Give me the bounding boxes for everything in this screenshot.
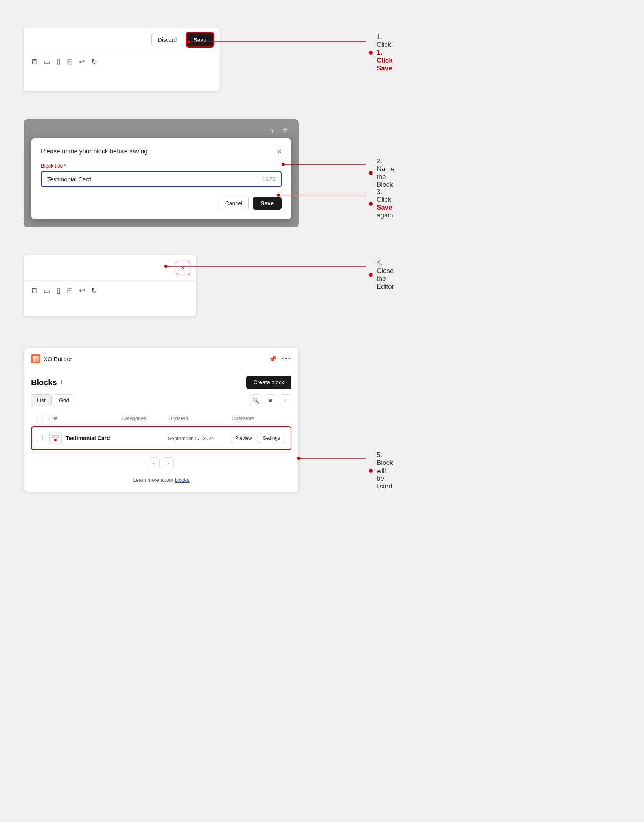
bg-text: n ff (31, 127, 291, 138)
blocks-title-area: Blocks 1 (31, 378, 63, 387)
thumb-dot (54, 439, 57, 441)
table-header: Title Categories Updated Operators (31, 412, 291, 425)
svg-rect-10 (33, 359, 36, 362)
svg-rect-11 (36, 359, 39, 362)
row-checkbox-col (37, 435, 49, 441)
close-btn-area: × (24, 255, 196, 281)
modal-backdrop: n ff Please name your block before savin… (24, 119, 299, 227)
blocks-title: Blocks (31, 378, 57, 387)
editor-icon-bar: 🖥 ▭ ▯ ⊞ ↩ ↻ (24, 52, 220, 72)
tab-buttons: List Grid (31, 394, 75, 406)
redo-icon[interactable]: ↻ (91, 57, 97, 66)
tab-grid[interactable]: Grid (53, 394, 75, 406)
settings-button[interactable]: Settings (259, 433, 284, 443)
pin-icon[interactable]: 📌 (269, 355, 277, 363)
tab-list[interactable]: List (31, 394, 52, 406)
col-categories-header: Categories (121, 415, 169, 421)
modal-header: Please name your block before saving × (41, 148, 282, 155)
cancel-button[interactable]: Cancel (219, 197, 249, 210)
discard-button[interactable]: Discard (151, 33, 183, 46)
modal-dialog: Please name your block before saving × B… (31, 138, 291, 219)
xo-builder-header: XO Builder 📌 ••• (24, 348, 298, 369)
save-button-1[interactable]: Save (186, 33, 213, 47)
tablet-icon[interactable]: ▭ (44, 57, 50, 66)
row-title-area: Testimonial Card (49, 432, 121, 444)
col-updated-header: Updated (169, 415, 232, 421)
thumb-line-1 (52, 435, 59, 436)
learn-more-text: Learn more about (133, 477, 175, 483)
tablet-icon-2[interactable]: ▭ (44, 286, 50, 295)
view-actions: 🔍 ≡ ↕ (250, 394, 291, 406)
thumb-line-2 (52, 437, 59, 438)
create-block-button[interactable]: Create block (246, 376, 291, 389)
prev-page-button[interactable]: ‹ (149, 457, 160, 468)
sort-action-btn[interactable]: ↕ (280, 394, 291, 406)
row-date: September 17, 2024 (168, 435, 231, 441)
modal-title: Please name your block before saving (41, 148, 147, 155)
close-editor-button[interactable]: × (176, 261, 190, 275)
next-page-button[interactable]: › (163, 457, 174, 468)
search-action-btn[interactable]: 🔍 (250, 394, 261, 406)
annotation-label-2: 2. Name the Block (369, 157, 394, 189)
redo-icon-2[interactable]: ↻ (91, 286, 97, 295)
grid-icon[interactable]: ⊞ (67, 57, 73, 66)
preview-button[interactable]: Preview (231, 433, 256, 443)
table-row: Testimonial Card September 17, 2024 Prev… (31, 426, 291, 450)
monitor-icon-2[interactable]: 🖥 (30, 287, 37, 295)
undo-icon[interactable]: ↩ (79, 57, 85, 66)
modal-footer: Cancel Save (41, 197, 282, 210)
more-options-icon[interactable]: ••• (282, 355, 291, 363)
block-name: Testimonial Card (66, 435, 110, 441)
learn-more-section: Learn more about blocks (31, 473, 291, 485)
xo-header-actions: 📌 ••• (269, 355, 291, 363)
editor-panel-1: Discard Save 🖥 ▭ ▯ ⊞ ↩ ↻ (24, 28, 220, 92)
pagination-area: ‹ › (31, 452, 291, 473)
blocks-header: Blocks 1 Create block (31, 376, 291, 389)
modal-close-button[interactable]: × (277, 148, 282, 155)
xo-builder-panel: XO Builder 📌 ••• Blocks 1 (24, 348, 299, 492)
save-modal-button[interactable]: Save (253, 197, 282, 210)
view-tabs: List Grid 🔍 ≡ ↕ (31, 394, 291, 406)
row-checkbox[interactable] (37, 435, 43, 441)
xo-app-name: XO Builder (44, 356, 72, 362)
col-title-header: Title (48, 415, 121, 421)
field-label: Block title * (41, 163, 282, 169)
annotation-label-5: 5. Block will be listed (369, 451, 393, 490)
annotation-label-4: 4. Close the Editor (369, 259, 394, 291)
xo-content: Blocks 1 Create block List Grid 🔍 (24, 369, 298, 492)
close-editor-panel: × 🖥 ▭ ▯ ⊞ ↩ ↻ (24, 255, 197, 317)
blocks-count: 1 (60, 379, 63, 385)
mobile-icon-2[interactable]: ▯ (57, 286, 61, 295)
block-thumbnail (49, 432, 62, 444)
editor-toolbar: Discard Save (24, 28, 220, 52)
svg-rect-8 (33, 356, 36, 359)
editor-icon-bar-2: 🖥 ▭ ▯ ⊞ ↩ ↻ (24, 281, 196, 300)
monitor-icon[interactable]: 🖥 (30, 58, 37, 66)
blocks-link[interactable]: blocks (175, 477, 190, 483)
grid-icon-2[interactable]: ⊞ (67, 286, 73, 295)
header-checkbox[interactable] (36, 415, 42, 421)
xo-logo-icon (31, 354, 40, 363)
xo-logo-area: XO Builder (31, 354, 72, 363)
char-count: 16/25 (262, 176, 275, 182)
annotation-label-3: 3. Click Save again (369, 188, 393, 219)
mobile-icon[interactable]: ▯ (57, 57, 61, 66)
undo-icon-2[interactable]: ↩ (79, 286, 85, 295)
filter-action-btn[interactable]: ≡ (265, 394, 276, 406)
editor-content (24, 72, 220, 91)
block-title-input[interactable] (47, 176, 262, 182)
header-checkbox-col (36, 415, 48, 421)
editor-content-2 (24, 300, 196, 316)
svg-rect-9 (36, 356, 39, 359)
col-operators-header: Operators (232, 415, 287, 421)
block-title-input-wrapper[interactable]: 16/25 (41, 171, 282, 187)
annotation-label-1: 1. Click 1. Click Save (369, 33, 393, 72)
row-operators: Preview Settings (231, 433, 286, 443)
